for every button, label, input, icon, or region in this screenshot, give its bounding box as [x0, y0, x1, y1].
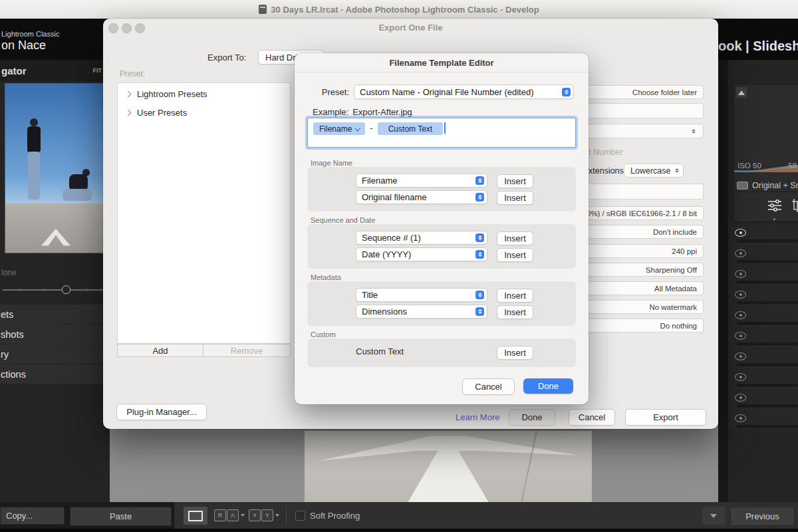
sidebar-item-presets[interactable]: ets	[0, 305, 110, 324]
section-label-image-name: Image Name	[311, 159, 352, 167]
insert-button[interactable]: Insert	[497, 231, 533, 245]
clipping-indicator[interactable]	[736, 87, 747, 98]
disclosure-icon[interactable]	[125, 110, 132, 116]
sidebar-item-history[interactable]: ry	[0, 344, 110, 364]
add-preset-button[interactable]: Add	[117, 344, 203, 357]
left-panel: Lightroom Classic on Nace gator FIT lone…	[0, 19, 110, 502]
image-name-select-1[interactable]: Filename	[356, 174, 487, 188]
toolbar-options-dropdown[interactable]	[702, 507, 725, 525]
loupe-icon	[188, 511, 203, 521]
split-view-button[interactable]: Y Y	[249, 509, 273, 521]
panel-toggle-row[interactable]	[728, 388, 798, 409]
dialog-cancel-button[interactable]: Cancel	[569, 409, 615, 426]
thumb-person-standing	[23, 118, 45, 218]
panel-toggle-row[interactable]	[728, 368, 798, 388]
sidebar-item-collections[interactable]: ctions	[0, 364, 110, 384]
navigator-zoom-fit[interactable]: FIT	[93, 67, 102, 74]
paste-button[interactable]: Paste	[70, 507, 172, 526]
filename-token[interactable]: Filename	[313, 122, 365, 135]
insert-button[interactable]: Insert	[497, 174, 533, 188]
thumb-person-crouching	[60, 169, 96, 206]
eye-icon[interactable]	[735, 229, 746, 237]
section-label-custom: Custom	[311, 331, 336, 338]
eye-icon[interactable]	[735, 332, 746, 340]
panel-toggle-row[interactable]	[728, 265, 798, 285]
slider-track[interactable]	[3, 289, 108, 291]
export-button[interactable]: Export	[625, 409, 706, 426]
custom-text-token[interactable]: Custom Text	[378, 122, 443, 135]
before-after-dropdown-icon[interactable]	[241, 514, 245, 517]
preset-section-label: Preset:	[120, 69, 145, 78]
image-name-select-2[interactable]: Original filename	[356, 190, 487, 204]
document-icon	[259, 5, 267, 14]
extensions-dropdown[interactable]: Lowercase	[624, 164, 684, 178]
navigator-header[interactable]: gator FIT	[0, 60, 110, 81]
modal-preset-label: Preset:	[308, 87, 349, 97]
main-photo	[305, 431, 592, 502]
eye-icon[interactable]	[735, 373, 746, 381]
module-picker: ook | Slidesho	[712, 19, 798, 60]
remove-preset-button[interactable]: Remove	[203, 344, 291, 357]
dialog-done-button[interactable]: Done	[509, 409, 555, 426]
previous-button[interactable]: Previous	[730, 507, 795, 526]
video-summary: Don't include	[653, 228, 697, 236]
insert-label: Insert	[504, 348, 526, 358]
insert-button[interactable]: Insert	[497, 305, 533, 319]
extensions-value: Lowercase	[630, 166, 673, 176]
insert-button[interactable]: Insert	[497, 248, 533, 262]
eye-icon[interactable]	[735, 270, 746, 278]
learn-more-link[interactable]: Learn More	[456, 412, 499, 422]
plugin-manager-button[interactable]: Plug-in Manager...	[116, 404, 207, 420]
template-preset-dropdown[interactable]: Custom Name - Original File Number (edit…	[354, 84, 574, 99]
crop-tool-icon[interactable]	[792, 199, 798, 212]
navigator-photo[interactable]	[5, 84, 106, 253]
panel-groove	[737, 301, 798, 305]
modal-cancel-button[interactable]: Cancel	[462, 378, 515, 395]
eye-icon[interactable]	[735, 394, 746, 402]
eye-icon[interactable]	[735, 249, 746, 257]
choose-folder-value: Choose folder later	[632, 88, 697, 96]
modal-done-label: Done	[538, 381, 559, 391]
panel-toggle-row[interactable]	[728, 306, 798, 327]
chevron-down-icon	[355, 126, 360, 131]
preset-tree-item[interactable]: User Presets	[118, 99, 290, 118]
panel-toggle-row[interactable]	[728, 244, 798, 265]
basic-adjust-icon[interactable]	[767, 199, 783, 212]
eye-icon[interactable]	[735, 414, 746, 422]
soft-proofing-checkbox[interactable]	[295, 511, 305, 521]
modal-done-button[interactable]: Done	[523, 378, 573, 394]
eye-icon[interactable]	[735, 311, 746, 319]
insert-button[interactable]: Insert	[497, 346, 533, 360]
select-value: Sequence # (1)	[362, 233, 475, 243]
panel-label: ry	[1, 349, 9, 360]
eye-icon[interactable]	[735, 352, 746, 360]
chevron-down-icon	[710, 514, 717, 518]
preset-tree-item[interactable]: Lightroom Presets	[118, 83, 290, 99]
split-view-dropdown-icon[interactable]	[275, 514, 279, 517]
insert-button[interactable]: Insert	[497, 289, 533, 303]
panel-gap	[718, 60, 728, 502]
sidebar-item-snapshots[interactable]: shots	[0, 325, 110, 344]
panel-toggle-row[interactable]	[728, 285, 798, 306]
panel-groove	[737, 384, 798, 387]
slider-thumb[interactable]	[62, 285, 70, 294]
template-token-field[interactable]: Filename - Custom Text	[307, 118, 576, 148]
eye-icon[interactable]	[735, 291, 746, 299]
metadata-select-2[interactable]: Dimensions	[356, 305, 487, 319]
date-select[interactable]: Date (YYYY)	[356, 247, 487, 261]
insert-button[interactable]: Insert	[497, 191, 533, 205]
export-label: Export	[653, 412, 678, 422]
metadata-select-1[interactable]: Title	[356, 288, 487, 302]
copy-button[interactable]: Copy...	[0, 507, 65, 525]
select-value: Filename	[362, 176, 475, 186]
panel-toggle-row[interactable]	[728, 347, 798, 368]
panel-toggle-row[interactable]	[728, 327, 798, 347]
module-picker-text[interactable]: ook | Slidesho	[718, 39, 798, 54]
panel-toggle-row[interactable]	[728, 409, 798, 430]
disclosure-icon[interactable]	[125, 91, 132, 98]
sequence-select[interactable]: Sequence # (1)	[356, 231, 487, 245]
identity-brand: Lightroom Classic	[1, 30, 59, 38]
before-after-button[interactable]: R A	[214, 509, 239, 521]
panel-toggle-row[interactable]	[728, 223, 798, 244]
loupe-view-button[interactable]	[184, 507, 207, 525]
